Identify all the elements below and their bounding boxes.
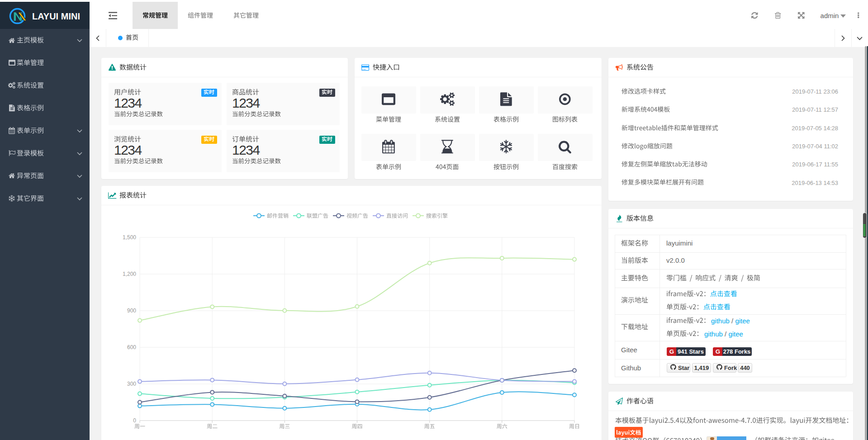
svg-text:600: 600 — [127, 344, 136, 350]
svg-text:300: 300 — [127, 381, 136, 387]
svg-text:900: 900 — [127, 308, 136, 314]
svg-text:0: 0 — [133, 417, 136, 424]
svg-text:1,500: 1,500 — [123, 234, 136, 241]
svg-text:1,200: 1,200 — [123, 271, 136, 277]
